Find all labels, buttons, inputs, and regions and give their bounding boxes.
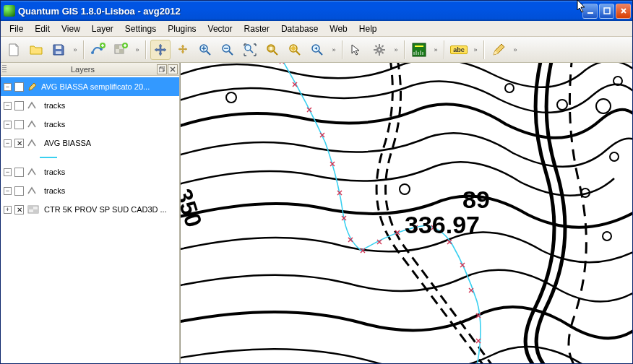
visibility-checkbox[interactable]: ✕ [14,82,24,92]
layer-row-tracks-2[interactable]: − tracks [1,115,179,134]
svg-rect-33 [33,209,38,213]
add-vector-icon [90,42,106,58]
menu-raster[interactable]: Raster [238,22,275,35]
new-project-button[interactable] [4,40,24,60]
measure-button[interactable] [409,40,429,60]
menu-file[interactable]: File [4,22,29,35]
visibility-checkbox[interactable] [14,168,24,177]
open-folder-icon [29,43,43,57]
toolbar-overflow-7[interactable]: » [511,46,520,53]
edit-button[interactable] [488,40,509,60]
close-button[interactable] [616,4,631,19]
add-raster-layer-button[interactable] [111,40,131,60]
menubar: File Edit View Layer Settings Plugins Ve… [1,21,632,37]
layer-row-avg-biassa-semplificato[interactable]: − ✕ AVG BIASSA semplificato 20... [1,77,179,96]
expand-toggle[interactable]: − [4,139,12,147]
toolbar-overflow-5[interactable]: » [431,46,440,53]
svg-rect-9 [119,49,124,53]
save-project-button[interactable] [48,40,69,60]
map-canvas[interactable]: 350 89 336.97 [180,63,632,363]
layer-row-ctr-5k[interactable]: + ✕ CTR 5K PROV SP SUD CAD3D ... [1,200,179,219]
toolbar-separator [83,40,85,59]
visibility-checkbox[interactable] [14,101,24,110]
add-vector-layer-button[interactable] [88,40,108,60]
zoom-out-button[interactable] [218,40,238,60]
label-button[interactable]: abc [449,40,469,60]
svg-point-37 [557,100,567,110]
zoom-in-button[interactable] [195,40,215,60]
panel-undock-button[interactable] [157,64,167,74]
zoom-full-icon [243,43,257,57]
expand-toggle[interactable]: − [4,102,12,110]
options-button[interactable] [369,40,389,60]
menu-layer[interactable]: Layer [86,22,119,35]
toolbar: » » » » » abc » » [1,37,632,63]
layer-row-avg-biassa[interactable]: − ✕ AVG BIASSA [1,134,179,152]
layer-sub-symbol [1,152,179,162]
menu-database[interactable]: Database [275,22,324,35]
menu-edit[interactable]: Edit [29,22,56,35]
layer-row-tracks-3[interactable]: − tracks [1,162,179,181]
menu-view[interactable]: View [56,22,86,35]
visibility-checkbox[interactable]: ✕ [14,139,24,148]
layer-row-tracks-1[interactable]: − tracks [1,96,179,115]
toolbar-overflow-4[interactable]: » [392,46,400,53]
maximize-button[interactable] [599,4,614,19]
visibility-checkbox[interactable] [14,120,24,129]
panel-handle[interactable] [2,65,7,74]
toolbar-overflow-3[interactable]: » [330,46,338,53]
svg-rect-24 [382,51,384,54]
layer-symbol-raster [27,204,41,214]
expand-toggle[interactable]: − [4,187,12,195]
menu-settings[interactable]: Settings [119,22,162,35]
toolbar-separator [444,40,445,59]
toolbar-separator [342,40,343,59]
pan-to-selection-button[interactable] [173,40,193,60]
layer-symbol [27,167,41,177]
point-label-89: 89 [462,186,490,214]
layer-row-tracks-4[interactable]: − tracks [1,181,179,200]
expand-toggle[interactable]: + [4,206,12,214]
svg-rect-19 [379,44,380,47]
layer-tree[interactable]: − ✕ AVG BIASSA semplificato 20... − trac… [1,76,179,363]
titlebar: Quantum GIS 1.8.0-Lisboa - avg2012 [1,1,632,21]
zoom-to-selection-button[interactable] [262,40,283,60]
menu-web[interactable]: Web [324,22,353,35]
zoom-last-icon [310,43,324,57]
svg-point-41 [610,152,619,161]
layers-panel: Layers − ✕ AVG BIASSA semplificato 20...… [1,63,180,363]
expand-toggle[interactable]: − [4,168,12,176]
expand-toggle[interactable]: − [4,121,12,129]
svg-rect-3 [56,51,61,54]
svg-rect-2 [56,46,61,49]
layers-panel-header: Layers [1,63,179,76]
toolbar-overflow-1[interactable]: » [71,46,79,53]
svg-rect-8 [115,45,119,49]
panel-close-button[interactable] [168,64,178,74]
toolbar-overflow-2[interactable]: » [133,46,142,53]
zoom-out-icon [220,43,235,57]
menu-plugins[interactable]: Plugins [162,22,202,35]
toolbar-overflow-6[interactable]: » [471,46,480,53]
expand-toggle[interactable]: − [4,83,12,91]
svg-rect-30 [159,68,163,72]
new-file-icon [7,43,21,57]
visibility-checkbox[interactable]: ✕ [14,205,24,214]
layer-label: AVG BIASSA [44,139,91,147]
abc-icon: abc [450,46,468,54]
svg-rect-28 [413,43,426,56]
minimize-button[interactable] [582,4,598,19]
zoom-to-layer-button[interactable] [285,40,305,60]
identify-icon [350,43,364,57]
zoom-full-button[interactable] [240,40,260,60]
layer-label: tracks [44,186,65,195]
identify-button[interactable] [347,40,367,60]
svg-rect-32 [28,206,33,209]
zoom-last-button[interactable] [307,40,327,60]
window-title: Quantum GIS 1.8.0-Lisboa - avg2012 [18,6,582,17]
menu-vector[interactable]: Vector [202,22,238,35]
open-project-button[interactable] [26,40,46,60]
pan-button[interactable] [150,40,171,60]
menu-help[interactable]: Help [353,22,383,35]
visibility-checkbox[interactable] [14,186,24,196]
